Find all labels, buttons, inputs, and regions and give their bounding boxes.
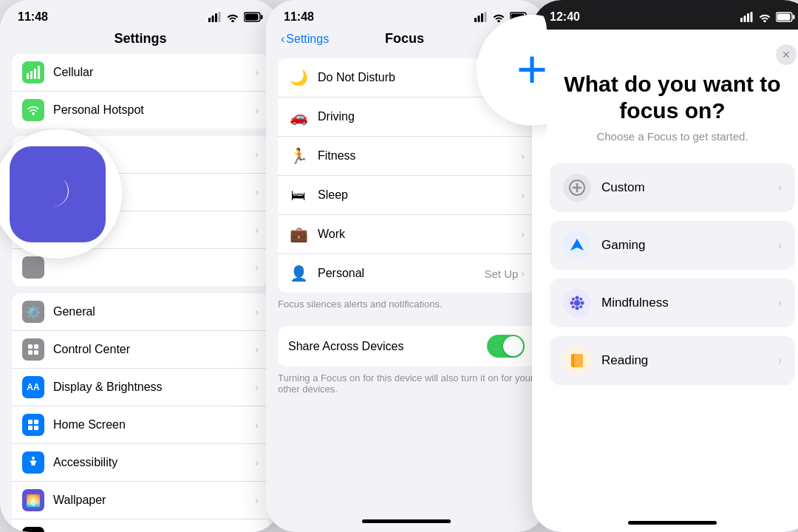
focus-note: Focus silences alerts and notifications. bbox=[266, 293, 547, 318]
sleep-item[interactable]: 🛏 Sleep › bbox=[278, 176, 535, 215]
gaming-icon bbox=[563, 231, 591, 259]
close-button[interactable]: ✕ bbox=[776, 44, 797, 65]
svg-rect-8 bbox=[30, 71, 33, 79]
custom-option[interactable]: Custom › bbox=[550, 163, 795, 212]
focus-type-subtitle: Choose a Focus to get started. bbox=[550, 130, 795, 143]
svg-rect-53 bbox=[777, 14, 791, 21]
work-item[interactable]: 💼 Work › bbox=[278, 215, 535, 254]
cellular-chevron: › bbox=[255, 66, 259, 78]
settings-title: Settings bbox=[0, 28, 281, 54]
mindfulness-chevron: › bbox=[778, 296, 782, 310]
svg-point-65 bbox=[579, 298, 582, 301]
fitness-label: Fitness bbox=[318, 149, 521, 163]
share-desc: Turning a Focus on for this device will … bbox=[266, 366, 547, 403]
cellular-label: Cellular bbox=[53, 66, 255, 79]
status-icons-1 bbox=[208, 12, 263, 22]
wifi-icon-3 bbox=[758, 12, 771, 22]
signal-icon bbox=[208, 12, 222, 22]
focus-panel: 11:48 ‹ Settings Focus 🌙 Do Not Disturb … bbox=[266, 0, 547, 532]
reading-chevron: › bbox=[778, 354, 782, 367]
wifi-icon-2 bbox=[492, 12, 505, 22]
control-center-label: Control Center bbox=[53, 343, 255, 356]
general-icon: ⚙️ bbox=[22, 301, 44, 323]
mindfulness-label: Mindfulness bbox=[601, 296, 778, 310]
settings-panel: 11:48 Settings Cellular › Personal Hotsp… bbox=[0, 0, 281, 532]
wifi-icon bbox=[226, 12, 239, 22]
accessibility-label: Accessibility bbox=[53, 456, 255, 469]
svg-rect-68 bbox=[574, 354, 583, 367]
svg-rect-41 bbox=[474, 18, 477, 22]
accessibility-item[interactable]: Accessibility › bbox=[12, 444, 269, 482]
wallpaper-icon: 🌅 bbox=[22, 489, 44, 511]
control-center-icon bbox=[22, 338, 44, 361]
general-item[interactable]: ⚙️ General › bbox=[12, 293, 269, 331]
driving-icon: 🚗 bbox=[288, 106, 309, 127]
siri-search-item[interactable]: Siri & Search › bbox=[12, 519, 269, 532]
home-screen-item[interactable]: Home Screen › bbox=[12, 406, 269, 444]
svg-point-20 bbox=[32, 457, 35, 460]
svg-rect-44 bbox=[485, 12, 487, 22]
svg-point-59 bbox=[576, 296, 579, 300]
svg-point-63 bbox=[572, 298, 575, 301]
driving-label: Driving bbox=[318, 110, 521, 123]
status-bar-3: 12:40 bbox=[532, 0, 798, 30]
battery-icon-3 bbox=[776, 12, 795, 22]
focus-type-title: What do you want to focus on? bbox=[550, 71, 795, 124]
reading-icon bbox=[563, 347, 591, 375]
sleep-label: Sleep bbox=[318, 188, 521, 202]
back-chevron: ‹ bbox=[281, 33, 284, 46]
hotspot-item[interactable]: Personal Hotspot › bbox=[12, 92, 269, 129]
toggle-knob bbox=[503, 336, 523, 356]
do-not-disturb-icon: 🌙 bbox=[288, 67, 309, 88]
svg-rect-9 bbox=[34, 69, 36, 79]
display-icon: AA bbox=[22, 376, 44, 398]
personal-item[interactable]: 👤 Personal Set Up › bbox=[278, 254, 535, 293]
fitness-item[interactable]: 🏃 Fitness › bbox=[278, 137, 535, 176]
status-time-3: 12:40 bbox=[550, 10, 580, 24]
home-screen-icon bbox=[22, 414, 44, 436]
reading-option[interactable]: Reading › bbox=[550, 336, 795, 385]
home-indicator-3 bbox=[628, 521, 717, 525]
custom-label: Custom bbox=[601, 180, 778, 195]
accessibility-icon bbox=[22, 451, 44, 474]
svg-rect-6 bbox=[261, 15, 263, 19]
share-item[interactable]: Share Across Devices bbox=[278, 326, 535, 366]
svg-rect-17 bbox=[34, 420, 38, 424]
back-button[interactable]: ‹ Settings bbox=[281, 33, 329, 46]
svg-point-66 bbox=[572, 305, 575, 308]
focus-icon-inner bbox=[10, 146, 106, 242]
wallpaper-item[interactable]: 🌅 Wallpaper › bbox=[12, 482, 269, 519]
cellular-icon bbox=[22, 61, 44, 83]
mindfulness-option[interactable]: Mindfulness › bbox=[550, 279, 795, 327]
home-indicator-2 bbox=[362, 519, 451, 523]
close-icon: ✕ bbox=[782, 49, 791, 61]
hidden-icon-2 bbox=[22, 256, 44, 279]
status-icons-3 bbox=[740, 12, 795, 22]
cellular-item[interactable]: Cellular › bbox=[12, 54, 269, 92]
siri-icon bbox=[22, 527, 44, 532]
sleep-icon: 🛏 bbox=[288, 185, 309, 205]
svg-rect-48 bbox=[740, 18, 743, 22]
control-center-item[interactable]: Control Center › bbox=[12, 331, 269, 369]
svg-rect-16 bbox=[28, 420, 33, 424]
share-toggle[interactable] bbox=[487, 335, 525, 358]
hotspot-label: Personal Hotspot bbox=[53, 103, 255, 117]
display-brightness-item[interactable]: AA Display & Brightness › bbox=[12, 369, 269, 406]
gaming-option[interactable]: Gaming › bbox=[550, 221, 795, 270]
back-label: Settings bbox=[286, 33, 329, 46]
personal-icon: 👤 bbox=[288, 263, 309, 284]
svg-rect-10 bbox=[38, 66, 40, 79]
svg-rect-50 bbox=[747, 13, 749, 22]
display-brightness-label: Display & Brightness bbox=[53, 381, 255, 394]
svg-point-60 bbox=[576, 307, 579, 310]
plus-icon: + bbox=[516, 42, 547, 95]
svg-rect-3 bbox=[219, 12, 221, 22]
personal-label: Personal bbox=[318, 267, 484, 280]
hotspot-icon bbox=[22, 99, 44, 121]
personal-setup: Set Up bbox=[484, 267, 518, 280]
home-screen-label: Home Screen bbox=[53, 418, 255, 432]
wallpaper-label: Wallpaper bbox=[53, 494, 255, 507]
battery-icon bbox=[244, 12, 263, 22]
svg-rect-7 bbox=[27, 73, 29, 79]
svg-rect-49 bbox=[744, 16, 746, 22]
